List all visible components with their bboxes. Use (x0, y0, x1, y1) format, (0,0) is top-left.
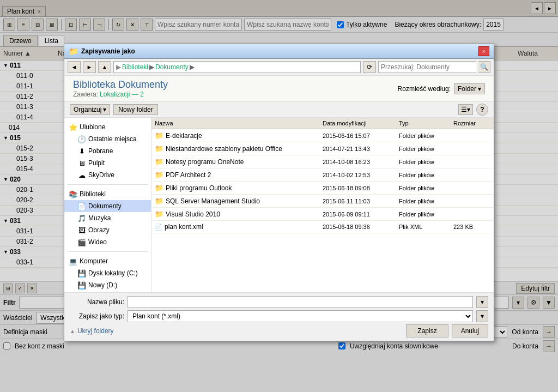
music-icon: 🎵 (77, 214, 86, 222)
sidebar-drive-c[interactable]: 💾 Dysk lokalny (C:) (64, 267, 151, 279)
list-item[interactable]: 📄plan kont.xml 2015-06-18 09:36 Plik XML… (151, 221, 494, 233)
save-btn[interactable]: Zapisz (406, 324, 448, 337)
savetype-dropdown-btn[interactable]: ▾ (476, 310, 488, 322)
file-type-cell: Folder plików (396, 144, 450, 153)
file-name-cell: 📁E-deklaracje (151, 130, 319, 141)
drive-d-icon: 💾 (77, 281, 86, 290)
sidebar-images[interactable]: 🖼 Obrazy (64, 224, 151, 236)
sidebar-videos[interactable]: 🎬 Wideo (64, 236, 151, 248)
favorites-header: ⭐ Ulubione (64, 121, 151, 133)
list-item[interactable]: 📁SQL Server Management Studio 2015-06-11… (151, 195, 494, 208)
list-item[interactable]: 📁E-deklaracje 2015-06-16 15:07 Folder pl… (151, 129, 494, 142)
file-date-cell: 2015-06-11 11:03 (319, 197, 396, 206)
drive-c-icon: 💾 (77, 269, 86, 278)
file-date-cell: 2015-06-16 15:07 (319, 131, 396, 140)
dialog-sidebar: ⭐ Ulubione 🕐 Ostatnie miejsca ⬇ Pobrane … (64, 118, 151, 292)
hide-folders-icon: ▲ (70, 328, 75, 334)
hide-folders-label: Ukryj foldery (77, 327, 114, 335)
up-btn[interactable]: ▲ (98, 61, 111, 73)
path-dokumenty[interactable]: Dokumenty (155, 63, 189, 71)
col-file-type[interactable]: Typ (396, 119, 450, 128)
savetype-label: Zapisz jako typ: (70, 312, 124, 320)
computer-header: 💻 Komputer (64, 255, 151, 267)
dialog-search-btn[interactable]: 🔍 (478, 61, 490, 73)
drive-d-label: Nowy (D:) (88, 281, 117, 289)
path-biblioteki[interactable]: Biblioteki (122, 63, 148, 71)
sidebar-skydrive[interactable]: ☁ SkyDrive (64, 169, 151, 181)
folder-icon: 📁 (155, 144, 163, 153)
lib-header: Biblioteka Dokumenty Zawiera: Lokalizacj… (73, 79, 168, 98)
back-btn[interactable]: ◄ (68, 61, 81, 73)
computer-label: Komputer (80, 257, 108, 265)
file-size-cell (450, 161, 494, 163)
music-label: Muzyka (88, 214, 111, 222)
desktop-icon: 🖥 (77, 159, 86, 167)
arrange-label: Rozmieść według: (398, 85, 451, 93)
dialog-bottom: Nazwa pliku: ▾ Zapisz jako typ: Plan kon… (64, 292, 494, 341)
cancel-btn[interactable]: Anuluj (452, 324, 488, 337)
file-date-cell: 2015-06-18 09:36 (319, 222, 396, 231)
favorites-section: ⭐ Ulubione 🕐 Ostatnie miejsca ⬇ Pobrane … (64, 120, 151, 182)
file-type-cell: Folder plików (396, 131, 450, 140)
dialog-folder-icon: 📁 (69, 47, 78, 56)
libraries-header: 📚 Biblioteki (64, 188, 151, 200)
recent-label: Ostatnie miejsca (88, 135, 137, 143)
list-item[interactable]: 📁PDF Architect 2 2014-10-02 12:53 Folder… (151, 168, 494, 182)
file-name-cell: 📁Notesy programu OneNote (151, 156, 319, 167)
col-file-size[interactable]: Rozmiar (450, 119, 494, 128)
sidebar-divider-2 (68, 251, 148, 252)
file-date-cell: 2015-06-09 09:11 (319, 210, 396, 219)
file-name-cell: 📄plan kont.xml (151, 222, 319, 232)
organize-btn[interactable]: Organizuj ▾ (70, 104, 110, 115)
file-date-cell: 2014-10-02 12:53 (319, 171, 396, 179)
path-arrow: ▶ (116, 63, 121, 71)
list-item[interactable]: 📁Niestandardowe szablony pakietu Office … (151, 142, 494, 155)
view-btn[interactable]: ☰▾ (458, 104, 473, 115)
filename-input[interactable] (128, 296, 473, 308)
sidebar-divider-1 (68, 184, 148, 185)
sidebar-drive-d[interactable]: 💾 Nowy (D:) (64, 279, 151, 291)
skydrive-label: SkyDrive (88, 171, 114, 179)
forward-btn[interactable]: ► (83, 61, 96, 73)
filename-label: Nazwa pliku: (70, 298, 124, 306)
documents-icon: 📄 (77, 202, 86, 210)
hide-folders-btn[interactable]: ▲ Ukryj foldery (70, 327, 114, 335)
dialog-close-btn[interactable]: × (478, 46, 489, 56)
downloads-icon: ⬇ (77, 147, 86, 155)
savetype-select[interactable]: Plan kont (*.xml) (128, 310, 473, 322)
save-dialog: 📁 Zapisywanie jako × ◄ ► ▲ ▶ Biblioteki … (64, 44, 494, 341)
sidebar-downloads[interactable]: ⬇ Pobrane (64, 145, 151, 157)
downloads-label: Pobrane (88, 147, 113, 155)
filelist-header: Nazwa Data modyfikacji Typ Rozmiar (151, 118, 494, 129)
dialog-nav-toolbar: ◄ ► ▲ ▶ Biblioteki ▶ Dokumenty ▶ ⟳ 🔍 (64, 59, 494, 76)
col-file-date[interactable]: Data modyfikacji (319, 119, 396, 128)
new-folder-btn[interactable]: Nowy folder (113, 104, 157, 115)
libraries-label: Biblioteki (80, 190, 106, 198)
images-icon: 🖼 (77, 226, 86, 234)
folder-icon: 📁 (155, 197, 163, 205)
arrange-value-btn[interactable]: Folder ▾ (454, 83, 485, 94)
list-item[interactable]: 📁Pliki programu Outlook 2015-06-18 09:08… (151, 182, 494, 195)
sidebar-desktop[interactable]: 🖥 Pulpit (64, 157, 151, 169)
file-rows-container: 📁E-deklaracje 2015-06-16 15:07 Folder pl… (151, 129, 494, 233)
list-item[interactable]: 📁Notesy programu OneNote 2014-10-08 16:2… (151, 155, 494, 168)
sidebar-recent[interactable]: 🕐 Ostatnie miejsca (64, 133, 151, 145)
file-type-cell: Folder plików (396, 184, 450, 192)
help-btn[interactable]: ? (476, 104, 488, 116)
folder-icon: 📁 (155, 184, 163, 192)
file-date-cell: 2015-06-18 09:08 (319, 184, 396, 192)
computer-section: 💻 Komputer 💾 Dysk lokalny (C:) 💾 Nowy (D… (64, 254, 151, 292)
star-icon: ⭐ (69, 123, 77, 131)
path-refresh-btn[interactable]: ⟳ (363, 61, 376, 73)
dialog-search-input[interactable] (378, 61, 476, 73)
list-item[interactable]: 📁Visual Studio 2010 2015-06-09 09:11 Fol… (151, 208, 494, 221)
libraries-section: 📚 Biblioteki 📄 Dokumenty 🎵 Muzyka 🖼 Obra… (64, 187, 151, 249)
sidebar-music[interactable]: 🎵 Muzyka (64, 212, 151, 224)
filename-dropdown-btn[interactable]: ▾ (476, 296, 488, 308)
sidebar-documents[interactable]: 📄 Dokumenty (64, 200, 151, 212)
col-file-name[interactable]: Nazwa (151, 119, 319, 128)
file-size-cell (450, 148, 494, 150)
file-size-cell (450, 213, 494, 215)
folder-icon: 📁 (155, 131, 163, 140)
lib-title: Biblioteka Dokumenty (73, 79, 168, 91)
